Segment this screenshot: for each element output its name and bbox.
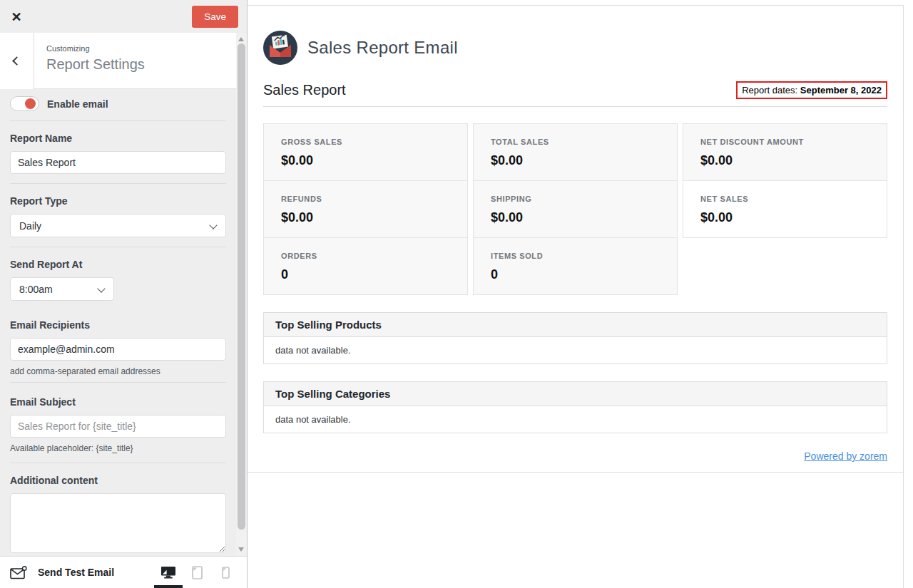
- preview-pane: Sales Report Email Sales Report Report d…: [247, 0, 913, 588]
- powered-by-zorem-link[interactable]: Powered by zorem: [804, 450, 887, 462]
- mobile-icon: [222, 567, 230, 579]
- report-type-label: Report Type: [10, 195, 226, 207]
- stats-column: GROSS SALES $0.00 REFUNDS $0.00 ORDERS 0: [263, 123, 468, 295]
- stat-value: $0.00: [700, 153, 872, 168]
- scroll-up-arrow-icon[interactable]: [238, 37, 244, 41]
- stat-value: $0.00: [281, 210, 453, 225]
- tablet-icon: [192, 566, 203, 579]
- customizer-sidebar: ✕ Save Customizing Report Settings Enabl…: [0, 0, 247, 588]
- send-report-at-section: Send Report At 8:00am: [10, 247, 226, 301]
- controls-scroll-area: Enable email Report Name Report Type Dai…: [0, 89, 236, 556]
- stat-label: NET DISCOUNT AMOUNT: [700, 138, 872, 146]
- section-title: Top Selling Categories: [264, 382, 887, 406]
- toggle-knob: [25, 98, 36, 109]
- report-type-select[interactable]: Daily: [10, 214, 226, 237]
- customizer-app: ✕ Save Customizing Report Settings Enabl…: [0, 0, 913, 588]
- report-name-label: Report Name: [10, 133, 226, 144]
- send-test-email-button[interactable]: Send Test Email: [34, 566, 118, 579]
- email-recipients-help: add comma-separated email addresses: [10, 366, 226, 376]
- stat-value: $0.00: [491, 210, 663, 225]
- report-name-section: Report Name: [10, 120, 226, 174]
- stat-orders: ORDERS 0: [263, 237, 468, 295]
- stat-value: 0: [491, 267, 663, 282]
- report-type-section: Report Type Daily: [10, 183, 226, 237]
- stat-net-sales: NET SALES $0.00: [683, 180, 887, 238]
- report-title: Sales Report: [263, 82, 346, 98]
- stat-label: SHIPPING: [491, 195, 663, 203]
- email-recipients-input[interactable]: [10, 338, 226, 361]
- send-report-at-select[interactable]: 8:00am: [10, 277, 114, 301]
- powered-by-row: Powered by zorem: [263, 450, 887, 463]
- stat-label: REFUNDS: [281, 195, 453, 203]
- email-recipients-section: Email Recipients add comma-separated ema…: [10, 319, 226, 376]
- enable-email-toggle[interactable]: [10, 96, 39, 111]
- stat-value: 0: [281, 267, 453, 282]
- stat-refunds: REFUNDS $0.00: [263, 180, 468, 238]
- email-subject-help: Available placeholder: {site_title}: [10, 443, 226, 453]
- scroll-down-arrow-icon[interactable]: [238, 547, 244, 552]
- stat-value: $0.00: [491, 153, 663, 168]
- customizer-topbar: ✕ Save: [0, 0, 247, 33]
- additional-content-section: Additional content: [10, 463, 226, 556]
- panel-header: Customizing Report Settings: [0, 33, 247, 89]
- chevron-down-icon: [97, 284, 105, 292]
- device-preview-switcher: [154, 557, 240, 588]
- report-dates-value: September 8, 2022: [800, 85, 882, 96]
- desktop-icon: [160, 566, 176, 579]
- report-name-input[interactable]: [10, 151, 226, 174]
- stat-net-discount-amount: NET DISCOUNT AMOUNT $0.00: [683, 123, 887, 181]
- stat-label: ORDERS: [281, 252, 453, 260]
- sidebar-scrollbar[interactable]: [236, 33, 247, 556]
- preview-tablet-button[interactable]: [183, 557, 211, 588]
- email-preview: Sales Report Email Sales Report Report d…: [248, 6, 903, 473]
- stat-items-sold: ITEMS SOLD 0: [473, 237, 678, 295]
- top-selling-categories-section: Top Selling Categories data not availabl…: [263, 381, 887, 433]
- panel-titles: Customizing Report Settings: [34, 33, 145, 88]
- close-icon: ✕: [11, 10, 21, 24]
- preview-mobile-button[interactable]: [211, 557, 240, 588]
- scrollbar-thumb[interactable]: [238, 43, 245, 530]
- enable-email-row: Enable email: [10, 95, 226, 111]
- section-title: Top Selling Products: [264, 313, 887, 337]
- preview-desktop-button[interactable]: [154, 557, 183, 588]
- close-customizer-button[interactable]: ✕: [0, 0, 33, 33]
- stats-column: TOTAL SALES $0.00 SHIPPING $0.00 ITEMS S…: [473, 123, 678, 295]
- email-body: Sales Report Email Sales Report Report d…: [263, 6, 887, 463]
- stat-total-sales: TOTAL SALES $0.00: [473, 123, 678, 181]
- stats-grid: GROSS SALES $0.00 REFUNDS $0.00 ORDERS 0: [263, 123, 887, 295]
- stat-shipping: SHIPPING $0.00: [473, 180, 678, 238]
- save-button[interactable]: Save: [192, 6, 238, 28]
- report-dates-highlight[interactable]: Report dates: September 8, 2022: [736, 81, 887, 99]
- stat-value: $0.00: [700, 210, 872, 225]
- stat-label: NET SALES: [700, 195, 872, 203]
- stat-value: $0.00: [281, 153, 453, 168]
- report-divider: [263, 106, 887, 107]
- preview-scrollbar[interactable]: [903, 5, 913, 588]
- send-report-at-selected-value: 8:00am: [19, 284, 53, 295]
- section-empty-message: data not available.: [264, 406, 887, 433]
- send-report-at-label: Send Report At: [10, 259, 226, 270]
- email-subject-label: Email Subject: [10, 396, 226, 408]
- stat-label: TOTAL SALES: [491, 138, 663, 146]
- sales-report-email-logo-icon: [263, 31, 297, 65]
- additional-content-textarea[interactable]: [10, 493, 226, 553]
- sidebar-footer: Send Test Email: [0, 556, 247, 588]
- chevron-down-icon: [209, 221, 217, 229]
- enable-email-label: Enable email: [47, 98, 108, 110]
- stats-column: NET DISCOUNT AMOUNT $0.00 NET SALES $0.0…: [683, 123, 887, 295]
- email-subject-section: Email Subject Available placeholder: {si…: [10, 382, 226, 453]
- email-app-title: Sales Report Email: [307, 38, 458, 58]
- chevron-left-icon: [12, 56, 21, 66]
- email-recipients-label: Email Recipients: [10, 319, 226, 331]
- back-button[interactable]: [0, 33, 34, 89]
- stat-label: GROSS SALES: [281, 138, 453, 146]
- customizing-kicker: Customizing: [46, 44, 145, 53]
- additional-content-label: Additional content: [10, 475, 226, 486]
- send-test-email-icon: [10, 566, 27, 579]
- panel-title: Report Settings: [46, 56, 145, 73]
- email-subject-input[interactable]: [10, 415, 226, 438]
- top-selling-products-section: Top Selling Products data not available.: [263, 312, 887, 364]
- stat-label: ITEMS SOLD: [491, 252, 663, 260]
- stat-gross-sales: GROSS SALES $0.00: [263, 123, 468, 181]
- report-title-row: Sales Report Report dates: September 8, …: [263, 81, 887, 99]
